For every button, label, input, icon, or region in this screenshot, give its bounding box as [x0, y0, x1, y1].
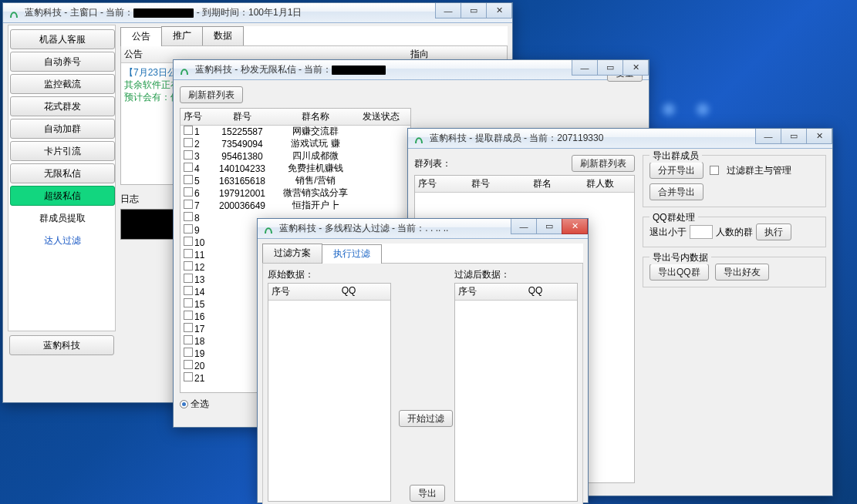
- tab-promotion[interactable]: 推广: [161, 26, 203, 45]
- row-checkbox[interactable]: [184, 224, 193, 234]
- split-export-button[interactable]: 分开导出: [649, 162, 703, 179]
- quit-prefix-label: 退出小于: [649, 226, 687, 239]
- sidebar-footer-brand[interactable]: 蓝豹科技: [9, 335, 114, 355]
- row-checkbox[interactable]: [184, 187, 193, 197]
- main-titlebar[interactable]: 蓝豹科技 - 主窗口 - 当前： - 到期时间：100年1月1日 — ▭ ✕: [3, 3, 512, 23]
- row-checkbox[interactable]: [184, 212, 193, 221]
- filter-title: 蓝豹科技 - 多线程达人过滤 - 当前：. . .. ..: [279, 222, 511, 235]
- send-titlebar[interactable]: 蓝豹科技 - 秒发无限私信 - 当前： — ▭ ✕: [174, 60, 649, 80]
- main-sidebar: 机器人客服 自动养号 监控截流 花式群发 自动加群 卡片引流 无限私信 超级私信…: [8, 25, 116, 331]
- filter-tabstrip: 过滤方案 执行过滤: [262, 244, 583, 264]
- execute-button[interactable]: 执行: [756, 223, 791, 240]
- close-button[interactable]: ✕: [486, 3, 512, 18]
- app-icon: [262, 223, 275, 235]
- redacted-text: [332, 66, 386, 75]
- maximize-button[interactable]: ▭: [781, 129, 807, 144]
- table-row[interactable]: 7200036649恒指开户┣: [181, 200, 410, 212]
- filter-owner-checkbox[interactable]: [710, 166, 719, 175]
- filter-owner-label: 过滤群主与管理: [727, 164, 791, 177]
- tab-announcement[interactable]: 公告: [120, 27, 162, 46]
- sidebar-item-auto-join[interactable]: 自动加群: [10, 119, 115, 139]
- refresh-group-list-button[interactable]: 刷新群列表: [572, 155, 635, 172]
- maximize-button[interactable]: ▭: [461, 3, 487, 18]
- sidebar-item-auto-nurture[interactable]: 自动养号: [10, 52, 115, 72]
- app-icon: [8, 7, 20, 19]
- export-account-group: 导出号内数据 导出QQ群 导出好友: [643, 257, 826, 287]
- row-checkbox[interactable]: [184, 126, 193, 135]
- row-checkbox[interactable]: [184, 298, 193, 307]
- row-checkbox[interactable]: [184, 150, 193, 160]
- minimize-button[interactable]: —: [435, 3, 461, 18]
- row-checkbox[interactable]: [184, 274, 193, 283]
- tab-filter-plan[interactable]: 过滤方案: [262, 244, 322, 263]
- row-checkbox[interactable]: [184, 372, 193, 381]
- filter-window: 蓝豹科技 - 多线程达人过滤 - 当前：. . .. .. — ▭ ✕ 过滤方案…: [257, 218, 589, 503]
- export-qq-group-button[interactable]: 导出QQ群: [649, 264, 709, 281]
- sidebar-item-card[interactable]: 卡片引流: [10, 141, 115, 161]
- export-members-group: 导出群成员 分开导出 过滤群主与管理 合并导出: [643, 155, 826, 207]
- close-button[interactable]: ✕: [623, 60, 649, 76]
- sidebar-item-robot[interactable]: 机器人客服: [10, 29, 115, 49]
- select-all-label: 全选: [191, 398, 209, 409]
- maximize-button[interactable]: ▭: [536, 219, 562, 234]
- row-checkbox[interactable]: [184, 175, 193, 184]
- row-checkbox[interactable]: [184, 261, 193, 270]
- sidebar-item-member-extract[interactable]: 群成员提取: [10, 208, 115, 228]
- tab-data[interactable]: 数据: [202, 26, 244, 45]
- sidebar-item-monitor[interactable]: 监控截流: [10, 74, 115, 94]
- row-checkbox[interactable]: [184, 348, 193, 357]
- sidebar-item-talent-filter[interactable]: 达人过滤: [10, 230, 115, 250]
- quit-suffix-label: 人数的群: [716, 226, 753, 239]
- row-checkbox[interactable]: [184, 323, 193, 332]
- send-title: 蓝豹科技 - 秒发无限私信 - 当前：: [195, 63, 572, 76]
- filtered-data-list[interactable]: 序号 QQ: [454, 283, 578, 502]
- group-list-label: 群列表：: [414, 157, 451, 170]
- row-checkbox[interactable]: [184, 335, 193, 344]
- qq-group-handle-group: QQ群处理 退出小于 人数的群 执行: [643, 217, 826, 247]
- raw-data-list[interactable]: 序号 QQ: [268, 283, 391, 502]
- tab-run-filter[interactable]: 执行过滤: [322, 244, 382, 264]
- main-tabstrip: 公告 推广 数据: [120, 26, 508, 46]
- redacted-text: [133, 8, 194, 18]
- raw-data-label: 原始数据：: [268, 268, 391, 281]
- sidebar-item-unlimited-dm[interactable]: 无限私信: [10, 163, 115, 183]
- filtered-data-label: 过滤后数据：: [454, 268, 578, 281]
- sidebar-item-super-dm[interactable]: 超级私信: [10, 186, 115, 206]
- app-icon: [413, 133, 425, 145]
- close-button[interactable]: ✕: [806, 129, 832, 144]
- start-filter-button[interactable]: 开始过滤: [399, 410, 453, 427]
- main-title: 蓝豹科技 - 主窗口 - 当前： - 到期时间：100年1月1日: [25, 6, 436, 19]
- export-friends-button[interactable]: 导出好友: [715, 264, 769, 281]
- filter-titlebar[interactable]: 蓝豹科技 - 多线程达人过滤 - 当前：. . .. .. — ▭ ✕: [258, 219, 588, 239]
- row-checkbox[interactable]: [184, 200, 193, 209]
- refresh-group-list-button[interactable]: 刷新群列表: [180, 86, 243, 103]
- row-checkbox[interactable]: [184, 237, 193, 246]
- select-all-radio[interactable]: [180, 400, 188, 408]
- row-checkbox[interactable]: [184, 360, 193, 369]
- row-checkbox[interactable]: [184, 311, 193, 320]
- row-checkbox[interactable]: [184, 249, 193, 258]
- merge-export-button[interactable]: 合并导出: [649, 183, 703, 200]
- row-checkbox[interactable]: [184, 286, 193, 295]
- extract-title: 蓝豹科技 - 提取群成员 - 当前：207119330: [430, 132, 756, 145]
- extract-titlebar[interactable]: 蓝豹科技 - 提取群成员 - 当前：207119330 — ▭ ✕: [408, 129, 832, 149]
- row-checkbox[interactable]: [184, 163, 193, 172]
- maximize-button[interactable]: ▭: [597, 60, 623, 76]
- send-list-header: 序号 群号 群名称 发送状态: [181, 109, 410, 126]
- app-icon: [178, 64, 191, 76]
- row-checkbox[interactable]: [184, 138, 193, 147]
- minimize-button[interactable]: —: [755, 129, 781, 144]
- export-button[interactable]: 导出: [410, 485, 445, 502]
- minimize-button[interactable]: —: [572, 60, 598, 76]
- sidebar-item-fancy-send[interactable]: 花式群发: [10, 96, 115, 116]
- minimize-button[interactable]: —: [511, 219, 537, 234]
- extract-list-header: 序号 群号 群名 群人数: [415, 176, 634, 193]
- close-button[interactable]: ✕: [562, 219, 588, 234]
- member-count-input[interactable]: [690, 225, 713, 239]
